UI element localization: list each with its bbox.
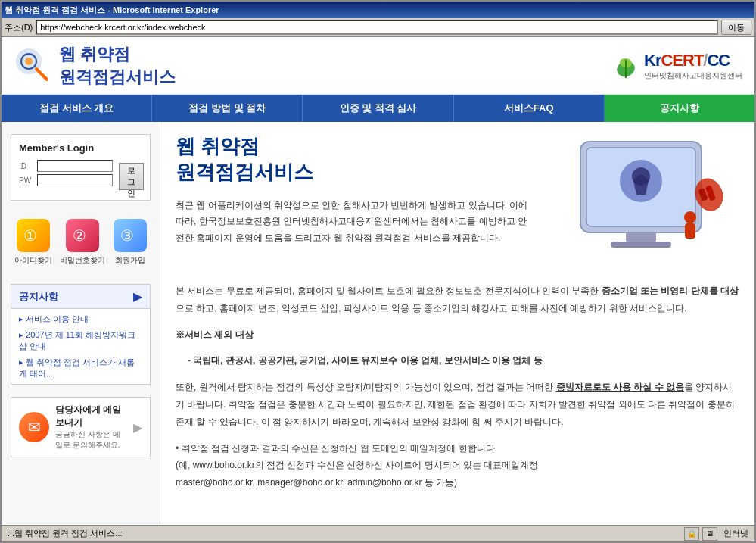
nav-item-method[interactable]: 점검 방법 및 절차 xyxy=(152,95,303,122)
svg-line-2 xyxy=(36,69,47,80)
svg-text:③: ③ xyxy=(120,227,134,244)
exclude-title: ※서비스 제외 대상 xyxy=(176,326,739,344)
main-content-area: 웹 취약점 원격점검서비스 최근 웹 어플리케이션의 취약성으로 인한 침해사고… xyxy=(160,122,754,525)
login-id-row: ID xyxy=(19,160,113,172)
notice-arrow-icon[interactable]: ▶ xyxy=(133,289,142,304)
email-text: 담당자에게 메일 보내기 궁금하신 사항은 메일로 문의해주세요. xyxy=(55,404,127,451)
login-title: Member's Login xyxy=(19,142,142,154)
hero-image xyxy=(543,134,739,270)
find-id-icon: ① xyxy=(17,219,50,252)
svg-point-19 xyxy=(684,211,696,223)
browser-window: 웹 취약점 원격 점검 서비스 - Microsoft Internet Exp… xyxy=(0,0,756,543)
pw-label: PW xyxy=(19,176,34,185)
hero-section: 웹 취약점 원격점검서비스 최근 웹 어플리케이션의 취약성으로 인한 침해사고… xyxy=(176,134,739,270)
service-title-line2: 원격점검서비스 xyxy=(176,160,530,186)
notice-title: 공지사항 xyxy=(19,290,58,304)
krcert-sub: 인터넷침해사고대응지원센터 xyxy=(644,70,742,81)
find-pw-label: 비밀번호찾기 xyxy=(60,255,105,266)
login-button[interactable]: 로그인 xyxy=(119,163,144,190)
email-box: ✉ 담당자에게 메일 보내기 궁금하신 사항은 메일로 문의해주세요. ▶ xyxy=(11,397,151,457)
notice-title-bar: 공지사항 ▶ xyxy=(11,285,150,309)
notice-list: 서비스 이용 안내 2007년 제 11회 해킹방지워크샵 안내 웹 취약점 점… xyxy=(11,309,150,384)
login-box: Member's Login ID PW 로그인 xyxy=(11,134,151,201)
notice-box: 공지사항 ▶ 서비스 이용 안내 2007년 제 11회 해킹방지워크샵 안내 … xyxy=(11,284,151,385)
pw-input[interactable] xyxy=(37,174,113,186)
hero-monitor-svg xyxy=(543,134,739,270)
logo-text: 웹 취약점 원격점검서비스 xyxy=(59,43,176,89)
quick-link-find-id[interactable]: ① 아이디찾기 xyxy=(14,219,52,266)
find-pw-icon: ② xyxy=(66,219,99,252)
svg-rect-14 xyxy=(626,232,656,242)
email-sub: 궁금하신 사항은 메일로 문의해주세요. xyxy=(55,429,127,451)
quick-links: ① 아이디찾기 ② 비밀번호찾기 xyxy=(11,213,151,272)
site-header: 웹 취약점 원격점검서비스 KrCERT/CC 인터넷침해사고대응지원센터 xyxy=(2,37,754,95)
id-label: ID xyxy=(19,162,34,170)
go-button[interactable]: 이동 xyxy=(721,20,751,35)
notice-item-0[interactable]: 서비스 이용 안내 xyxy=(19,314,142,325)
content-body: 본 서비스는 무료로 제공되며, 홈페이지 및 웹사이트 보호에 필요한 정보보… xyxy=(176,282,739,492)
svg-point-13 xyxy=(632,167,650,186)
id-input[interactable] xyxy=(37,160,113,172)
internet-label: 인터넷 xyxy=(723,528,748,539)
svg-rect-15 xyxy=(611,242,671,248)
service-title-line1: 웹 취약점 xyxy=(176,134,530,160)
nav-item-overview[interactable]: 점검 서비스 개요 xyxy=(2,95,152,122)
page-content: 웹 취약점 원격점검서비스 KrCERT/CC 인터넷침해사고대응지원센터 xyxy=(2,37,754,525)
nav-item-auth[interactable]: 인증 및 적격 심사 xyxy=(303,95,453,122)
body-para-2: 또한, 원격에서 탐지하는 점검의 특성상 오탐지/미탐지의 가능성이 있으며,… xyxy=(176,379,739,430)
svg-text:②: ② xyxy=(73,227,86,244)
quick-link-signup[interactable]: ③ 회원가입 xyxy=(114,219,147,266)
main-area: Member's Login ID PW 로그인 xyxy=(2,122,754,525)
status-icon-2: 🖥 xyxy=(702,527,717,541)
krcert-logo: KrCERT/CC 인터넷침해사고대응지원센터 xyxy=(612,51,742,81)
exclude-item: - 국립대, 관공서, 공공기관, 공기업, 사이트 유지보수 이용 업체, 보… xyxy=(176,352,739,370)
title-bar-text: 웹 취약점 원격 점검 서비스 - Microsoft Internet Exp… xyxy=(5,5,219,16)
service-intro-desc: 최근 웹 어플리케이션의 취약성으로 인한 침해사고가 빈번하게 발생하고 있습… xyxy=(176,198,530,247)
address-label: 주소(D) xyxy=(5,22,33,33)
statusbar: :::웹 취약점 원격 점검 서비스::: 🔒 🖥 인터넷 xyxy=(2,525,754,541)
notice-item-2[interactable]: 웹 취약점 점검 서비스가 새롭게 태어... xyxy=(19,357,142,379)
svg-point-3 xyxy=(25,58,33,65)
browser-toolbar: 주소(D) 이동 xyxy=(2,18,754,37)
krcert-main: KrCERT/CC xyxy=(644,51,742,70)
email-arrow-icon[interactable]: ▶ xyxy=(133,420,142,435)
svg-text:①: ① xyxy=(23,227,37,244)
quick-link-find-pw[interactable]: ② 비밀번호찾기 xyxy=(60,219,105,266)
body-para-1: 본 서비스는 무료로 제공되며, 홈페이지 및 웹사이트 보호에 필요한 정보보… xyxy=(176,282,739,317)
service-intro-text: 웹 취약점 원격점검서비스 최근 웹 어플리케이션의 취약성으로 인한 침해사고… xyxy=(176,134,530,246)
sidebar: Member's Login ID PW 로그인 xyxy=(2,122,160,525)
signup-icon: ③ xyxy=(114,219,147,252)
signup-label: 회원가입 xyxy=(115,255,145,266)
logo-line2: 원격점검서비스 xyxy=(59,66,176,89)
krcert-leaf-icon xyxy=(612,52,639,80)
find-id-label: 아이디찾기 xyxy=(14,255,52,266)
status-icon-1: 🔒 xyxy=(684,527,699,541)
email-title: 담당자에게 메일 보내기 xyxy=(55,404,127,429)
login-fields: ID PW xyxy=(19,160,113,186)
body-para-3: • 취약점 점검 신청과 결과의 수신은 신청하신 웹 도메인의 메일계정에 한… xyxy=(176,440,739,492)
nav-item-notice[interactable]: 공지사항 xyxy=(605,95,754,122)
email-icon: ✉ xyxy=(19,412,49,442)
logo-icon xyxy=(14,46,53,86)
svg-rect-20 xyxy=(685,223,695,239)
notice-item-1[interactable]: 2007년 제 11회 해킹방지워크샵 안내 xyxy=(19,329,142,352)
logo-line1: 웹 취약점 xyxy=(59,43,176,66)
krcert-text: KrCERT/CC 인터넷침해사고대응지원센터 xyxy=(644,51,742,81)
statusbar-icons: 🔒 🖥 인터넷 xyxy=(684,527,748,541)
address-bar-container: 주소(D) 이동 xyxy=(5,20,751,35)
service-title-area: 웹 취약점 원격점검서비스 xyxy=(176,134,530,186)
site-nav: 점검 서비스 개요 점검 방법 및 절차 인증 및 적격 심사 서비스FAQ 공… xyxy=(2,95,754,122)
logo-area: 웹 취약점 원격점검서비스 xyxy=(14,43,176,89)
statusbar-text: :::웹 취약점 원격 점검 서비스::: xyxy=(8,528,678,539)
login-pw-row: PW xyxy=(19,174,113,186)
nav-item-faq[interactable]: 서비스FAQ xyxy=(454,95,605,122)
address-input[interactable] xyxy=(36,20,718,35)
title-bar: 웹 취약점 원격 점검 서비스 - Microsoft Internet Exp… xyxy=(2,2,754,18)
